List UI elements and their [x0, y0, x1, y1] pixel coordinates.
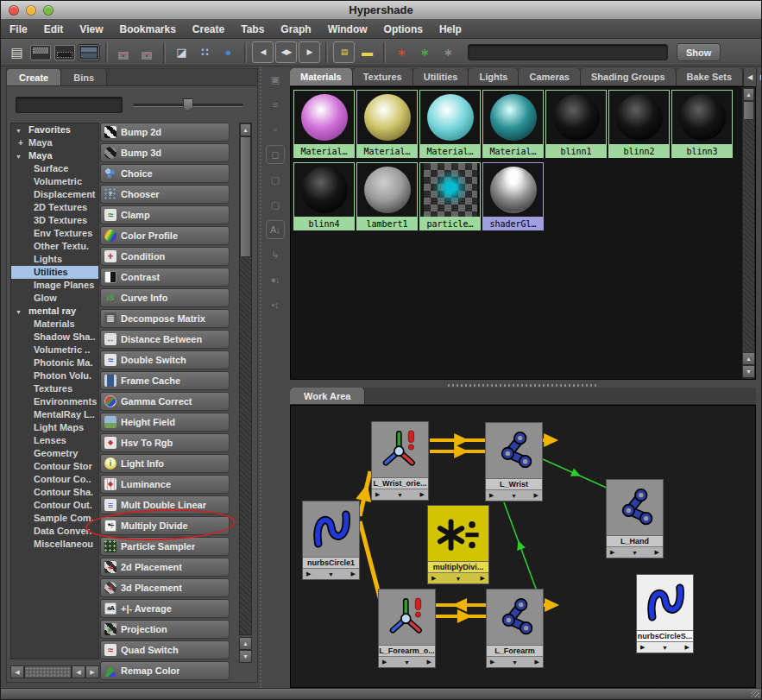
scroll-up-button[interactable]: ▲: [240, 123, 251, 136]
graph-node[interactable]: multiplyDivi... ▶ ▼ ▶: [427, 505, 489, 584]
node-expand-toggle[interactable]: ▼: [512, 659, 518, 665]
tree-item[interactable]: Contour Stor: [11, 460, 98, 473]
material-name[interactable]: Material…: [482, 145, 544, 158]
graph-node[interactable]: nurbsCircleS... ▶ ▼ ▶: [636, 574, 694, 653]
node-expand-toggle[interactable]: ▼: [511, 493, 517, 499]
browser-tab[interactable]: Cameras: [519, 68, 580, 85]
node-output-toggle[interactable]: ▶: [685, 644, 690, 651]
tree-item[interactable]: Shadow Sha..: [11, 331, 98, 344]
node-input-toggle[interactable]: ▶: [375, 491, 380, 498]
node-input-toggle[interactable]: ▶: [490, 659, 494, 665]
tree-item[interactable]: Maya: [11, 136, 98, 149]
material-thumbnail[interactable]: [293, 90, 355, 145]
tree-item[interactable]: Geometry: [11, 447, 98, 460]
material-name[interactable]: blinn3: [671, 145, 733, 158]
tree-item[interactable]: Image Planes: [11, 279, 98, 292]
create-node-button[interactable]: Particle Sampler: [100, 537, 230, 556]
input-connections-icon[interactable]: ◀: [252, 41, 274, 63]
material-swatch[interactable]: lambert1: [356, 161, 419, 234]
tree-item[interactable]: Miscellaneou: [11, 538, 98, 551]
node-input-toggle[interactable]: ▶: [640, 644, 645, 651]
tab-scroll-left-icon[interactable]: ◀: [743, 68, 756, 86]
create-node-button[interactable]: Color Profile: [100, 226, 230, 245]
material-thumbnail[interactable]: [482, 162, 544, 218]
tree-horizontal-scrollbar[interactable]: ◀ ◀ ▶: [10, 665, 99, 678]
create-node-button[interactable]: Gamma Correct: [100, 392, 230, 411]
title-bar[interactable]: Hypershade: [1, 1, 761, 20]
tree-item[interactable]: Light Maps: [11, 421, 98, 434]
material-thumbnail[interactable]: [671, 90, 733, 145]
work-area-graph[interactable]: nurbsCircle1 ▶ ▼ ▶: [290, 405, 756, 688]
menu-item[interactable]: Create: [192, 23, 224, 35]
clear-graph-icon[interactable]: ◪: [171, 41, 192, 63]
tree-item[interactable]: Volumetric ..: [11, 344, 98, 356]
material-name[interactable]: particle…: [419, 218, 481, 230]
tree-item[interactable]: 2D Textures: [11, 201, 98, 214]
browser-tab[interactable]: Textures: [353, 68, 413, 85]
graph-node[interactable]: nurbsCircle1 ▶ ▼ ▶: [302, 501, 360, 580]
node-controls[interactable]: ▶ ▼ ▶: [487, 656, 543, 667]
tree-item[interactable]: Lights: [11, 253, 98, 266]
list-view-icon[interactable]: ≡: [266, 95, 285, 114]
create-node-button[interactable]: Light Info: [100, 454, 230, 473]
material-name[interactable]: blinn4: [293, 218, 355, 230]
sort-by-time-icon[interactable]: ●↓: [266, 270, 285, 289]
material-name[interactable]: Material…: [356, 145, 418, 158]
menu-item[interactable]: Edit: [44, 23, 64, 35]
tree-item[interactable]: Photonic Ma.: [11, 356, 98, 369]
node-output-toggle[interactable]: ▶: [534, 492, 538, 499]
tree-item[interactable]: Glow: [11, 292, 98, 305]
large-swatches-icon[interactable]: ▢: [266, 170, 285, 189]
expand-selected-icon[interactable]: ∗: [414, 41, 436, 63]
create-node-button[interactable]: Contrast: [100, 268, 230, 287]
material-name[interactable]: lambert1: [356, 218, 418, 230]
pane-top-layout-icon[interactable]: [30, 45, 51, 60]
node-input-toggle[interactable]: ▶: [610, 549, 614, 556]
create-node-button[interactable]: Frame Cache: [100, 371, 230, 390]
restore-selected-icon[interactable]: ∗: [438, 41, 459, 63]
node-controls[interactable]: ▶ ▼ ▶: [637, 641, 693, 653]
tree-item[interactable]: Displacement: [11, 188, 98, 201]
node-controls[interactable]: ▶ ▼ ▶: [303, 568, 359, 579]
material-name[interactable]: blinn1: [545, 145, 607, 158]
graph-node[interactable]: L_Forearm_o... ▶ ▼ ▶: [378, 589, 436, 668]
node-input-toggle[interactable]: ▶: [489, 492, 494, 499]
search-input[interactable]: [468, 44, 668, 60]
tree-item[interactable]: Contour Sha.: [11, 486, 98, 499]
create-node-button[interactable]: Distance Between: [100, 330, 230, 349]
create-node-button[interactable]: Multiply Divide: [100, 516, 230, 535]
graph-node[interactable]: L_Wrist_orie... ▶ ▼ ▶: [371, 421, 429, 501]
create-node-button[interactable]: Mult Double Linear: [100, 495, 230, 514]
material-name[interactable]: Material…: [419, 145, 481, 158]
material-swatch[interactable]: blinn2: [608, 89, 671, 161]
create-node-button[interactable]: Remap Color: [100, 661, 230, 680]
tree-item[interactable]: Contour Co..: [11, 473, 98, 486]
node-controls[interactable]: ▶ ▼ ▶: [428, 572, 488, 583]
scroll-right-button[interactable]: ▶: [85, 665, 99, 678]
slider-knob[interactable]: [183, 98, 193, 111]
node-controls[interactable]: ▶ ▼ ▶: [379, 656, 435, 667]
create-node-button[interactable]: Hsv To Rgb: [100, 433, 230, 452]
filter-input[interactable]: [16, 97, 123, 113]
node-input-toggle[interactable]: ▶: [382, 659, 387, 665]
menu-item[interactable]: File: [9, 23, 28, 35]
swatch-panel-icon[interactable]: ▣: [266, 70, 285, 89]
material-thumbnail[interactable]: [356, 90, 418, 145]
scroll-down-button[interactable]: ▼: [239, 650, 252, 663]
scroll-thumb[interactable]: [240, 136, 251, 257]
node-expand-toggle[interactable]: ▼: [662, 645, 668, 651]
material-thumbnail[interactable]: [545, 90, 607, 145]
tree-item[interactable]: Environments: [11, 395, 98, 408]
menu-item[interactable]: Window: [328, 23, 368, 35]
scroll-left-button[interactable]: ◀: [72, 665, 85, 678]
node-expand-toggle[interactable]: ▼: [456, 576, 462, 582]
scroll-up-button[interactable]: ▲: [239, 637, 252, 650]
tree-item[interactable]: Data Conver.: [11, 525, 98, 538]
create-node-button[interactable]: +|- Average: [100, 599, 230, 618]
tree-item[interactable]: Textures: [11, 382, 98, 395]
material-thumbnail[interactable]: [356, 162, 418, 218]
tree-item[interactable]: 3D Textures: [11, 214, 98, 227]
graph-node[interactable]: L_Hand ▶ ▼ ▶: [606, 479, 664, 558]
tree-item[interactable]: Photon Volu.: [11, 369, 98, 382]
merge-connections-icon[interactable]: ▪↕: [266, 295, 285, 314]
